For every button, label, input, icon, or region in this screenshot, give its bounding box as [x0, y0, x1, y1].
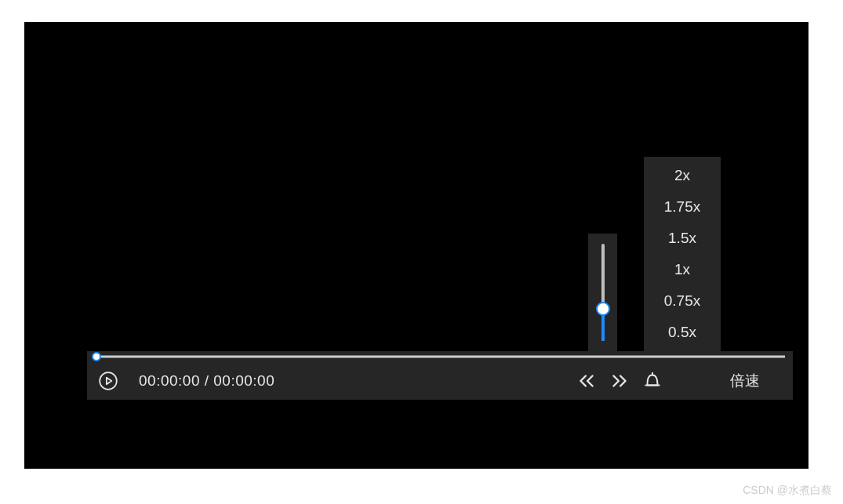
double-chevron-left-icon: [576, 371, 597, 391]
speed-button[interactable]: 倍速: [707, 371, 782, 391]
progress-thumb[interactable]: [92, 352, 101, 361]
play-button[interactable]: [98, 371, 118, 391]
volume-thumb[interactable]: [596, 302, 610, 316]
progress-slider[interactable]: [87, 351, 793, 362]
volume-slider[interactable]: [601, 244, 605, 341]
volume-button[interactable]: [641, 369, 664, 393]
double-chevron-right-icon: [609, 371, 630, 391]
speed-option[interactable]: 1x: [644, 254, 721, 285]
rewind-button[interactable]: [575, 369, 598, 393]
speed-option[interactable]: 1.5x: [644, 223, 721, 254]
svg-marker-1: [107, 378, 112, 385]
play-icon: [98, 371, 118, 391]
time-display: 00:00:00 / 00:00:00: [139, 372, 274, 390]
bell-icon: [642, 371, 663, 391]
svg-point-0: [100, 372, 117, 390]
video-player-frame: 2x 1.75x 1.5x 1x 0.75x 0.5x 00:00:00 / 0…: [24, 22, 808, 469]
speed-option[interactable]: 2x: [644, 160, 721, 191]
speed-menu: 2x 1.75x 1.5x 1x 0.75x 0.5x: [644, 157, 721, 351]
watermark-text: CSDN @水煮白蔡: [743, 484, 832, 498]
controls-row: 00:00:00 / 00:00:00: [87, 362, 793, 400]
speed-option[interactable]: 0.75x: [644, 285, 721, 317]
progress-line: [95, 356, 785, 358]
controls-bar: 00:00:00 / 00:00:00: [87, 351, 793, 400]
speed-option[interactable]: 1.75x: [644, 191, 721, 223]
volume-panel: [588, 234, 617, 351]
speed-option[interactable]: 0.5x: [644, 317, 721, 348]
forward-button[interactable]: [608, 369, 631, 393]
